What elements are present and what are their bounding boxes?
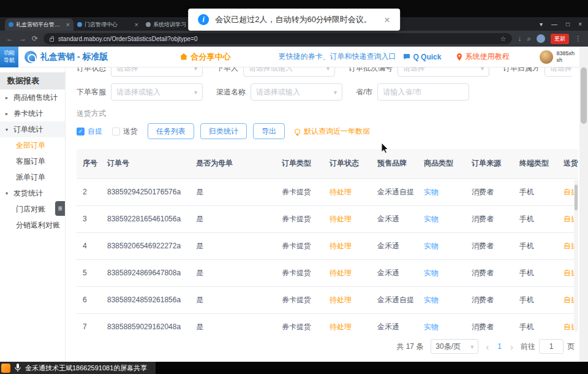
page-size-value: 30条/页 (435, 342, 461, 352)
category-stats-button[interactable]: 归类统计 (200, 123, 247, 139)
cell-goods-type[interactable]: 实物 (418, 286, 466, 313)
tabs-menu-icon[interactable]: ▾ (540, 21, 543, 28)
sidebar-collapse-handle[interactable]: ≡ (55, 201, 65, 216)
goto-unit-label: 页 (567, 342, 575, 352)
cell-goods-type[interactable]: 实物 (418, 205, 466, 232)
reload-icon[interactable]: ⟳ (32, 35, 38, 42)
batch-no-select[interactable]: 请选择 ▾ (398, 67, 489, 77)
filter-label: 省/市 (356, 87, 372, 97)
table-row[interactable]: 4 83859206546922272a 是 券卡提货 待处理 金禾通 实物 消… (77, 232, 578, 259)
tutorial-link[interactable]: 系统使用教程 (456, 52, 509, 62)
page-size-select[interactable]: 30条/页 ▾ (431, 339, 478, 354)
cell-goods-type[interactable]: 实物 (418, 259, 466, 286)
current-page[interactable]: 1 (496, 342, 503, 351)
sidebar-item-service-orders[interactable]: 客服订单 (0, 153, 65, 169)
col-seq: 序号 (77, 149, 101, 178)
cell-goods-type[interactable]: 实物 (418, 313, 466, 332)
sidebar-item-shipping-stats[interactable]: ▾ 发货统计 (0, 185, 65, 201)
table-row[interactable]: 7 83858859029162048a 是 券卡提货 待处理 金禾通 实物 消… (77, 313, 578, 332)
browser-tab-1[interactable]: 礼盒营销平台管理中心 × (5, 18, 74, 31)
caret-down-icon: ▾ (6, 127, 10, 132)
cell-seq: 3 (77, 205, 101, 232)
channel-name-select[interactable]: 请选择或输入 ▾ (251, 83, 342, 101)
export-button[interactable]: 导出 (253, 123, 285, 139)
maximize-icon[interactable]: □ (566, 21, 570, 28)
sidebar-item-dispatch-orders[interactable]: 派单订单 (0, 169, 65, 185)
province-city-input[interactable] (377, 83, 469, 101)
order-owner-select[interactable]: 请选择或输入 ▾ (545, 67, 572, 77)
tab-close-icon[interactable]: × (135, 21, 138, 28)
table-row[interactable]: 3 83859228165461056a 是 券卡提货 待处理 金禾通 实物 消… (77, 205, 578, 232)
filter-label: 订单状态 (77, 67, 106, 74)
function-nav-toggle[interactable]: 功能 导航 (0, 47, 18, 67)
browser-update-button[interactable]: 更新 (551, 34, 569, 44)
cell-presale-brand: 金禾通自提 (371, 286, 418, 313)
sidebar-item-all-orders[interactable]: 全部订单 (0, 137, 65, 153)
delivery-checkbox[interactable]: 送货 (112, 126, 138, 137)
cell-is-parent: 是 (190, 286, 276, 313)
window-close-icon[interactable]: × (578, 21, 582, 28)
minimize-icon[interactable]: — (551, 21, 557, 28)
caret-right-icon: ▸ (6, 111, 10, 116)
cell-order-source: 消费者 (466, 178, 513, 205)
chevron-down-icon: ▾ (326, 67, 330, 72)
filter-label: 订单归属方 (503, 67, 540, 74)
service-agent-select[interactable]: 请选择或输入 ▾ (111, 83, 203, 101)
cell-presale-brand: 金禾通 (371, 313, 418, 332)
logo-icon (24, 51, 37, 63)
share-center-link[interactable]: 合分享中心 (180, 52, 230, 63)
checkbox-unchecked-icon[interactable] (112, 128, 120, 135)
cell-goods-type[interactable]: 实物 (418, 178, 466, 205)
user-profile[interactable]: 8385xh xh (540, 50, 575, 64)
select-placeholder: 请选择 (403, 67, 425, 74)
browser-tab-2[interactable]: 门店管理中心 × (74, 18, 142, 31)
toast-close-icon[interactable]: × (384, 15, 390, 25)
order-status-select[interactable]: 请选择 ▾ (111, 67, 203, 77)
table-scrollbar[interactable] (574, 180, 578, 332)
next-page-icon[interactable]: › (510, 342, 513, 351)
orderer-select[interactable]: 请选择或输入 ▾ (243, 67, 335, 77)
bookmark-star-icon[interactable]: ☆ (500, 35, 506, 43)
cell-goods-type[interactable]: 实物 (418, 232, 466, 259)
filter-row-2: 下单客服 请选择或输入 ▾ 渠道名称 请选择或输入 ▾ 省/市 (77, 83, 588, 101)
sidebar-item-rebate-reconciliation[interactable]: 分销返利对账 (0, 217, 65, 233)
total-count: 共 17 条 (396, 342, 423, 352)
user-avatar[interactable] (540, 50, 553, 64)
sidebar-item-product-sales[interactable]: ▸ 商品销售统计 (0, 90, 65, 105)
page-scrollbar[interactable] (579, 47, 588, 362)
table-row[interactable]: 2 83859294250176576a 是 券卡提货 待处理 金禾通自提 实物… (77, 178, 578, 205)
prev-page-icon[interactable]: ‹ (486, 342, 489, 351)
search-icon[interactable]: ⌕ (527, 35, 531, 42)
page-scrollbar-thumb[interactable] (581, 67, 587, 124)
pickup-checkbox[interactable]: ✓ 自提 (77, 126, 102, 137)
browser-menu-icon[interactable]: ⋮ (575, 35, 582, 42)
cell-order-status: 待处理 (323, 259, 371, 286)
download-icon[interactable]: ↓ (518, 35, 521, 42)
sidebar-item-coupon-stats[interactable]: ▸ 券卡统计 (0, 105, 65, 121)
filter-label: 下单客服 (77, 87, 106, 97)
screen-share-indicator[interactable]: 金禾通技术王斌18662591081的屏幕共享 (0, 362, 156, 374)
table-scrollbar-thumb[interactable] (575, 185, 578, 210)
filter-province-city: 省/市 (356, 83, 469, 101)
goto-page-input[interactable] (539, 339, 564, 354)
tab-close-icon[interactable]: × (66, 21, 70, 28)
chevron-down-icon: ▾ (481, 67, 484, 72)
back-icon[interactable]: ← (6, 35, 13, 42)
browser-profile-avatar[interactable] (537, 34, 545, 43)
select-placeholder: 请选择 (116, 67, 138, 74)
task-list-button[interactable]: 任务列表 (148, 123, 194, 139)
quick-search-link[interactable]: Q Quick (403, 53, 441, 61)
sidebar-item-order-stats[interactable]: ▾ 订单统计 (0, 121, 65, 137)
caret-right-icon: ▸ (6, 95, 10, 101)
checkbox-checked-icon[interactable]: ✓ (77, 128, 85, 135)
cell-seq: 2 (77, 178, 101, 205)
url-text[interactable]: standard.maboy.cn/OrderStatisticsDetail?… (58, 36, 496, 42)
cell-order-type: 券卡提货 (276, 286, 323, 313)
quick-label: Q Quick (413, 53, 441, 61)
forward-icon[interactable]: → (19, 35, 26, 42)
table-row[interactable]: 5 83858924869647808a 是 券卡提货 待处理 金禾通 实物 消… (77, 259, 578, 286)
goto-page: 前往 页 (521, 339, 575, 354)
table-header-row: 序号 订单号 是否为母单 订单类型 订单状态 预售品牌 商品类型 订单来源 终端… (77, 149, 578, 178)
address-bar[interactable]: standard.maboy.cn/OrderStatisticsDetail?… (43, 33, 512, 44)
table-row[interactable]: 6 83858924859261856a 是 券卡提货 待处理 金禾通自提 实物… (77, 286, 578, 313)
